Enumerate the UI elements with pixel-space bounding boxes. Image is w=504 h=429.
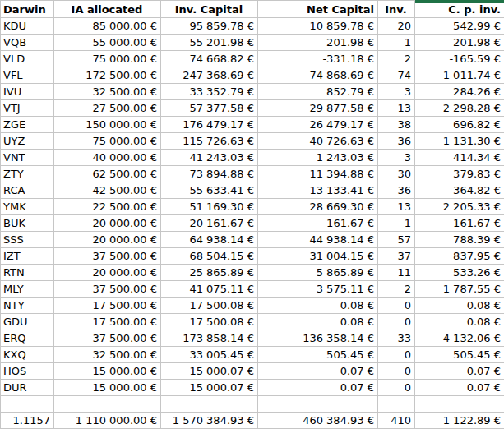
cell-inv-capital[interactable]: 51 169.30 €	[161, 199, 258, 215]
cell-cost-per-inv[interactable]: 2 298.28 €	[415, 100, 504, 117]
column-header-ia-allocated[interactable]: IA allocated	[54, 1, 161, 18]
cell-inv-count[interactable]: 74	[378, 67, 415, 84]
cell-darwin[interactable]: VLD	[1, 51, 54, 67]
cell-cost-per-inv[interactable]: 505.45 €	[415, 347, 504, 363]
cell-inv-capital[interactable]: 55 201.98 €	[161, 35, 258, 51]
cell-cost-per-inv[interactable]: 696.82 €	[415, 117, 504, 133]
cell-cost-per-inv[interactable]: 284.26 €	[415, 84, 504, 100]
cell-inv-count[interactable]: 0	[378, 347, 415, 363]
cell-darwin[interactable]: ZTY	[1, 166, 54, 182]
cell-net-capital[interactable]: 0.07 €	[258, 363, 378, 380]
cell-ia-allocated[interactable]: 75 000.00 €	[54, 133, 161, 150]
cell-darwin[interactable]: VQB	[1, 35, 54, 51]
cell-inv-count[interactable]: 38	[378, 117, 415, 133]
cell-ia-allocated[interactable]: 55 000.00 €	[54, 35, 161, 51]
cell-ia-allocated[interactable]: 20 000.00 €	[54, 265, 161, 281]
cell-darwin[interactable]: ERQ	[1, 330, 54, 347]
cell-cost-per-inv[interactable]: 0.08 €	[415, 314, 504, 330]
cell-net-capital[interactable]: 0.08 €	[258, 298, 378, 314]
cell-net-capital[interactable]: 852.79 €	[258, 84, 378, 100]
cell-darwin[interactable]: HOS	[1, 363, 54, 380]
cell-ia-allocated[interactable]: 15 000.00 €	[54, 380, 161, 396]
cell-darwin[interactable]: VFL	[1, 67, 54, 84]
cell-ia-allocated[interactable]: 75 000.00 €	[54, 51, 161, 67]
cell-inv-count[interactable]: 0	[378, 298, 415, 314]
cell-ia-allocated[interactable]: 20 000.00 €	[54, 215, 161, 232]
cell-net-capital[interactable]: 136 358.14 €	[258, 330, 378, 347]
cell-darwin[interactable]: SSS	[1, 232, 54, 248]
cell-darwin[interactable]: DUR	[1, 380, 54, 396]
total-ratio-cell[interactable]: 1.1157	[1, 413, 54, 429]
cell-net-capital[interactable]: 5 865.89 €	[258, 265, 378, 281]
column-header-net-capital[interactable]: Net Capital	[258, 1, 378, 18]
cell-ia-allocated[interactable]: 85 000.00 €	[54, 18, 161, 35]
cell-net-capital[interactable]: 1 243.03 €	[258, 150, 378, 166]
cell-ia-allocated[interactable]: 37 500.00 €	[54, 330, 161, 347]
column-header-inv-count[interactable]: Inv.	[378, 1, 415, 18]
total-cost-per-inv-cell[interactable]: 1 122.89 €	[415, 413, 504, 429]
cell-ia-allocated[interactable]: 27 500.00 €	[54, 100, 161, 117]
cell-empty[interactable]	[54, 396, 161, 413]
cell-net-capital[interactable]: 26 479.17 €	[258, 117, 378, 133]
cell-net-capital[interactable]: 201.98 €	[258, 35, 378, 51]
cell-cost-per-inv[interactable]: 201.98 €	[415, 35, 504, 51]
cell-cost-per-inv[interactable]: 837.95 €	[415, 248, 504, 265]
cell-cost-per-inv[interactable]: 161.67 €	[415, 215, 504, 232]
cell-ia-allocated[interactable]: 150 000.00 €	[54, 117, 161, 133]
cell-cost-per-inv[interactable]: 2 205.33 €	[415, 199, 504, 215]
cell-net-capital[interactable]: 40 726.63 €	[258, 133, 378, 150]
cell-ia-allocated[interactable]: 15 000.00 €	[54, 363, 161, 380]
cell-darwin[interactable]: KXQ	[1, 347, 54, 363]
cell-inv-count[interactable]: 1	[378, 215, 415, 232]
cell-ia-allocated[interactable]: 17 500.00 €	[54, 314, 161, 330]
cell-ia-allocated[interactable]: 42 500.00 €	[54, 182, 161, 199]
cell-inv-count[interactable]: 2	[378, 51, 415, 67]
cell-darwin[interactable]: RCA	[1, 182, 54, 199]
cell-inv-count[interactable]: 13	[378, 199, 415, 215]
cell-net-capital[interactable]: 161.67 €	[258, 215, 378, 232]
cell-cost-per-inv[interactable]: 0.07 €	[415, 363, 504, 380]
cell-inv-capital[interactable]: 15 000.07 €	[161, 380, 258, 396]
cell-inv-capital[interactable]: 57 377.58 €	[161, 100, 258, 117]
total-net-capital-cell[interactable]: 460 384.93 €	[258, 413, 378, 429]
cell-empty[interactable]	[258, 396, 378, 413]
cell-inv-count[interactable]: 13	[378, 100, 415, 117]
cell-darwin[interactable]: KDU	[1, 18, 54, 35]
cell-cost-per-inv[interactable]: 0.07 €	[415, 380, 504, 396]
cell-darwin[interactable]: VNT	[1, 150, 54, 166]
cell-net-capital[interactable]: 11 394.88 €	[258, 166, 378, 182]
cell-ia-allocated[interactable]: 22 500.00 €	[54, 199, 161, 215]
cell-inv-capital[interactable]: 173 858.14 €	[161, 330, 258, 347]
cell-darwin[interactable]: ZGE	[1, 117, 54, 133]
cell-empty[interactable]	[161, 396, 258, 413]
cell-cost-per-inv[interactable]: 0.08 €	[415, 298, 504, 314]
cell-ia-allocated[interactable]: 32 500.00 €	[54, 347, 161, 363]
cell-net-capital[interactable]: 3 575.11 €	[258, 281, 378, 298]
cell-cost-per-inv[interactable]: 4 132.06 €	[415, 330, 504, 347]
cell-inv-count[interactable]: 3	[378, 84, 415, 100]
cell-darwin[interactable]: YMK	[1, 199, 54, 215]
cell-darwin[interactable]: VTJ	[1, 100, 54, 117]
cell-net-capital[interactable]: 44 938.14 €	[258, 232, 378, 248]
cell-inv-capital[interactable]: 74 668.82 €	[161, 51, 258, 67]
cell-net-capital[interactable]: 0.07 €	[258, 380, 378, 396]
cell-cost-per-inv[interactable]: -165.59 €	[415, 51, 504, 67]
cell-inv-count[interactable]: 20	[378, 18, 415, 35]
cell-inv-capital[interactable]: 33 352.79 €	[161, 84, 258, 100]
cell-cost-per-inv[interactable]: 364.82 €	[415, 182, 504, 199]
total-ia-allocated-cell[interactable]: 1 110 000.00 €	[54, 413, 161, 429]
cell-inv-capital[interactable]: 64 938.14 €	[161, 232, 258, 248]
cell-ia-allocated[interactable]: 40 000.00 €	[54, 150, 161, 166]
cell-inv-capital[interactable]: 176 479.17 €	[161, 117, 258, 133]
cell-cost-per-inv[interactable]: 1 787.55 €	[415, 281, 504, 298]
cell-darwin[interactable]: RTN	[1, 265, 54, 281]
cell-darwin[interactable]: BUK	[1, 215, 54, 232]
cell-inv-capital[interactable]: 25 865.89 €	[161, 265, 258, 281]
cell-cost-per-inv[interactable]: 1 011.74 €	[415, 67, 504, 84]
cell-cost-per-inv[interactable]: 533.26 €	[415, 265, 504, 281]
cell-inv-capital[interactable]: 115 726.63 €	[161, 133, 258, 150]
cell-net-capital[interactable]: 29 877.58 €	[258, 100, 378, 117]
cell-inv-capital[interactable]: 33 005.45 €	[161, 347, 258, 363]
cell-inv-capital[interactable]: 41 075.11 €	[161, 281, 258, 298]
cell-inv-capital[interactable]: 55 633.41 €	[161, 182, 258, 199]
